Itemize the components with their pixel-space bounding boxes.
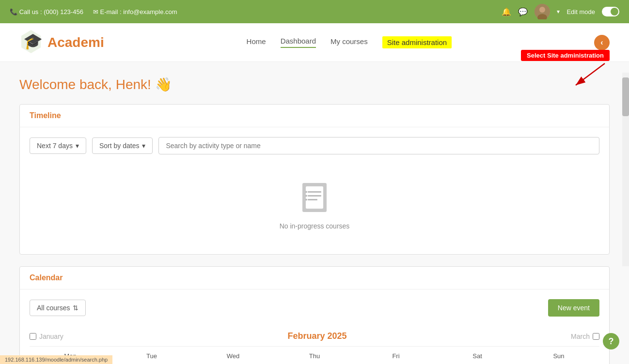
calendar-title: Calendar xyxy=(30,273,63,282)
svg-rect-10 xyxy=(308,195,321,197)
avatar[interactable] xyxy=(535,4,550,19)
nav-site-administration[interactable]: Site administration xyxy=(382,36,452,48)
day-wed: Wed xyxy=(192,350,274,362)
bell-icon[interactable]: 🔔 xyxy=(502,7,511,16)
all-courses-chevron-icon: ⇅ xyxy=(73,304,79,312)
svg-rect-8 xyxy=(306,186,323,209)
calendar-header: Calendar xyxy=(20,267,609,289)
timeline-header: Timeline xyxy=(20,105,609,127)
sort-by-dates-dropdown[interactable]: Sort by dates ▾ xyxy=(92,137,153,154)
annotation-label: Select Site administration xyxy=(521,50,610,61)
main-nav: Home Dashboard My courses Site administr… xyxy=(247,36,452,48)
prev-month-checkbox[interactable] xyxy=(30,333,36,340)
logo-text: Academi xyxy=(47,35,104,50)
svg-point-14 xyxy=(305,199,307,201)
calendar-month-nav: January February 2025 March xyxy=(30,326,599,346)
no-courses-icon xyxy=(300,181,329,216)
timeline-section: Timeline Next 7 days ▾ Sort by dates ▾ xyxy=(19,104,610,255)
calendar-days-header: Mon Tue Wed Thu Fri Sat Sun xyxy=(30,346,599,362)
statusbar-url: 192.168.116.139/moodle/admin/search.php xyxy=(5,357,108,363)
new-event-button[interactable]: New event xyxy=(548,299,599,317)
statusbar: 192.168.116.139/moodle/admin/search.php xyxy=(0,355,112,364)
chat-icon[interactable]: 💬 xyxy=(518,7,528,16)
main-content: Welcome back, Henk! 👋 Timeline Next 7 da… xyxy=(0,62,629,364)
all-courses-label: All courses xyxy=(37,304,70,312)
next-month: March xyxy=(571,333,599,340)
all-courses-dropdown[interactable]: All courses ⇅ xyxy=(30,300,86,316)
nav-home[interactable]: Home xyxy=(247,37,266,47)
day-tue: Tue xyxy=(111,350,192,362)
edit-mode-toggle[interactable] xyxy=(602,7,619,16)
annotation-overlay: Select Site administration xyxy=(521,50,610,90)
topbar-left: 📞 Call us : (000) 123-456 ✉ E-mail : inf… xyxy=(10,8,177,15)
timeline-controls: Next 7 days ▾ Sort by dates ▾ xyxy=(30,137,599,154)
prev-month-label: January xyxy=(39,333,63,340)
next7days-label: Next 7 days xyxy=(37,142,73,150)
annotation-arrow xyxy=(561,61,610,90)
phone-icon: 📞 xyxy=(10,8,17,15)
next7days-dropdown[interactable]: Next 7 days ▾ xyxy=(30,137,86,154)
svg-point-1 xyxy=(539,7,545,13)
next7days-chevron-icon: ▾ xyxy=(76,142,79,150)
svg-line-6 xyxy=(576,63,605,85)
sort-by-dates-label: Sort by dates xyxy=(99,142,140,150)
phone-info: 📞 Call us : (000) 123-456 xyxy=(10,8,83,15)
calendar-section: Calendar All courses ⇅ New event January… xyxy=(19,266,610,364)
next-month-label: March xyxy=(571,333,590,340)
topbar-right: 🔔 💬 ▾ Edit mode xyxy=(502,4,619,19)
search-input[interactable] xyxy=(158,137,599,154)
logo-icon: 🎓 xyxy=(19,29,43,56)
svg-text:🎓: 🎓 xyxy=(23,32,43,50)
search-wrap xyxy=(158,137,599,154)
chevron-right-button[interactable]: ‹ xyxy=(594,35,610,50)
day-sun: Sun xyxy=(518,350,599,362)
nav-dashboard[interactable]: Dashboard xyxy=(281,37,316,48)
sort-dates-chevron-icon: ▾ xyxy=(142,142,145,150)
timeline-body: Next 7 days ▾ Sort by dates ▾ xyxy=(20,127,609,254)
email-label: E-mail : info@example.com xyxy=(100,8,177,15)
day-fri: Fri xyxy=(355,350,437,362)
svg-point-12 xyxy=(305,191,307,193)
no-courses-text: No in-progress courses xyxy=(280,222,350,230)
email-icon: ✉ xyxy=(93,8,98,15)
day-sat: Sat xyxy=(437,350,518,362)
day-thu: Thu xyxy=(274,350,355,362)
no-courses-placeholder: No in-progress courses xyxy=(30,166,599,244)
current-month: February 2025 xyxy=(287,331,346,341)
svg-rect-9 xyxy=(308,191,321,193)
timeline-title: Timeline xyxy=(30,111,61,120)
header-wrapper: 🎓 Academi Home Dashboard My courses Site… xyxy=(0,23,629,62)
next-month-checkbox[interactable] xyxy=(593,333,599,340)
svg-point-13 xyxy=(305,195,307,197)
nav-my-courses[interactable]: My courses xyxy=(330,37,368,47)
email-info: ✉ E-mail : info@example.com xyxy=(93,8,177,15)
phone-label: Call us : (000) 123-456 xyxy=(19,8,83,15)
user-dropdown-icon[interactable]: ▾ xyxy=(557,8,560,15)
calendar-body: All courses ⇅ New event January February… xyxy=(20,289,609,364)
svg-rect-11 xyxy=(308,199,317,200)
topbar: 📞 Call us : (000) 123-456 ✉ E-mail : inf… xyxy=(0,0,629,23)
edit-mode-label: Edit mode xyxy=(566,8,595,15)
logo[interactable]: 🎓 Academi xyxy=(19,29,104,56)
help-button[interactable]: ? xyxy=(603,333,619,349)
prev-month: January xyxy=(30,333,63,340)
calendar-controls: All courses ⇅ New event xyxy=(30,299,599,317)
